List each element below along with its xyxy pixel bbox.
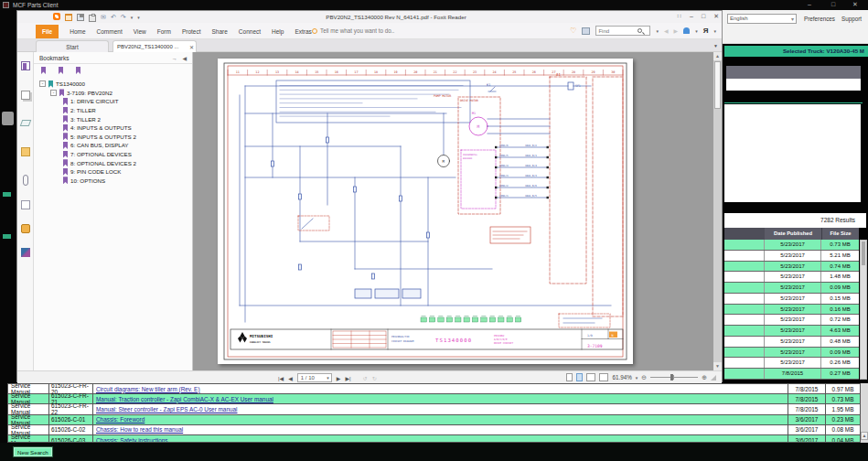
bookmark-item[interactable]: 7: OPTIONAL DEVICES bbox=[34, 150, 192, 159]
result-row[interactable]: 5/23/20170.73 MB bbox=[724, 240, 859, 251]
result-row[interactable]: 5/23/20170.74 MB bbox=[724, 262, 859, 273]
foxit-logo-icon[interactable] bbox=[53, 13, 60, 20]
results-scrollbar[interactable] bbox=[860, 240, 867, 380]
bookmark-item[interactable]: 6: CAN BUS, DISPLAY bbox=[34, 141, 192, 150]
bookmark-settings-icon[interactable] bbox=[76, 67, 80, 74]
bookmark-item[interactable]: 5: INPUTS & OUTPUTS 2 bbox=[34, 133, 192, 142]
results-scrollbar-thumb[interactable] bbox=[862, 241, 865, 265]
open-file-icon[interactable] bbox=[65, 14, 72, 21]
zoom-level[interactable]: 61.94% bbox=[612, 374, 631, 381]
manual-row[interactable]: Service Manual615026-C-03Chassis: Safety… bbox=[8, 435, 860, 443]
continuous-view-icon[interactable] bbox=[576, 373, 583, 381]
account-dropdown-icon[interactable]: ▾ bbox=[713, 28, 716, 34]
result-row[interactable]: 5/23/20170.16 MB bbox=[724, 305, 859, 316]
single-page-view-icon[interactable] bbox=[566, 373, 573, 381]
prev-page-icon[interactable]: ◀ bbox=[288, 375, 293, 381]
mcf-maximize-button[interactable]: □ bbox=[828, 1, 839, 7]
layers-panel-icon[interactable] bbox=[20, 120, 32, 126]
result-row[interactable]: 5/23/20171.48 MB bbox=[724, 272, 859, 283]
manual-row[interactable]: Service Manual615023-C-FR-21Manual: Trac… bbox=[8, 394, 860, 404]
manual-title-link[interactable]: Chassis: Safety instructions bbox=[93, 435, 788, 443]
manual-title-link[interactable]: Circuit diagrams: New tiller arm (Rev. E… bbox=[93, 384, 788, 393]
ribbon-tab-share[interactable]: Share bbox=[211, 28, 227, 35]
first-page-icon[interactable]: |◀ bbox=[278, 375, 284, 381]
tab-start[interactable]: Start bbox=[36, 40, 109, 52]
rotate-cw-icon[interactable]: ↻ bbox=[372, 375, 377, 381]
result-row[interactable]: 5/23/20170.26 MB bbox=[724, 358, 859, 369]
new-search-button[interactable]: New Search bbox=[13, 446, 53, 457]
ribbon-tab-extras[interactable]: Extras bbox=[295, 28, 311, 35]
toolbar-layout-icon[interactable]: ∷ bbox=[678, 13, 681, 20]
signature-panel-icon[interactable] bbox=[21, 248, 30, 257]
zoom-slider-thumb[interactable] bbox=[670, 374, 673, 381]
bookmark-root[interactable]: - TS1340000 bbox=[34, 80, 192, 89]
manual-row[interactable]: Service Manual615026-C-01Chassis: Forewo… bbox=[8, 415, 860, 425]
find-options-icon[interactable]: ▾ bbox=[656, 28, 659, 34]
bookmark-item[interactable]: 4: INPUTS & OUTPUTS bbox=[34, 123, 192, 133]
zoom-dropdown-icon[interactable]: ▾ bbox=[636, 375, 638, 381]
collapse-icon[interactable]: - bbox=[39, 80, 46, 87]
foxit-minimize-button[interactable]: – bbox=[690, 13, 693, 20]
share-hand-icon[interactable] bbox=[582, 27, 590, 35]
notification-bell-icon[interactable] bbox=[683, 27, 690, 34]
manual-title-link[interactable]: Chassis: How to read this manual bbox=[93, 425, 788, 434]
redo-icon[interactable]: ↷ bbox=[121, 14, 126, 21]
continuous-facing-view-icon[interactable] bbox=[599, 373, 608, 381]
manuals-scroll-up-icon[interactable]: ▲ bbox=[861, 432, 868, 440]
tab-close-icon[interactable]: ✕ bbox=[189, 44, 194, 52]
result-row[interactable]: 5/23/20175.21 MB bbox=[724, 251, 859, 262]
ribbon-tab-form[interactable]: Form bbox=[157, 28, 171, 35]
find-input[interactable] bbox=[596, 28, 637, 34]
bookmark-item[interactable]: 9: PIN CODE LOCK bbox=[34, 167, 192, 177]
favorite-icon[interactable]: ♡ bbox=[570, 27, 576, 35]
save-icon[interactable] bbox=[77, 14, 84, 21]
tell-me-box[interactable]: Tell me what you want to do.. bbox=[312, 27, 394, 34]
ribbon-tab-connect[interactable]: Connect bbox=[239, 28, 261, 35]
result-row[interactable]: 5/23/20170.09 MB bbox=[724, 348, 859, 359]
security-panel-icon[interactable] bbox=[21, 224, 30, 233]
bookmark-item[interactable]: 8: OPTIONAL DEVICES 2 bbox=[34, 158, 192, 167]
undo-icon[interactable]: ↶ bbox=[111, 14, 116, 21]
last-page-icon[interactable]: ▶| bbox=[345, 375, 350, 381]
next-page-icon[interactable]: ▶ bbox=[337, 375, 341, 381]
result-row[interactable]: 7/8/20150.27 MB bbox=[724, 369, 859, 380]
quickbar-dropdown-icon[interactable]: ▾ bbox=[131, 15, 134, 20]
preferences-link[interactable]: Preferences bbox=[804, 16, 835, 22]
manual-row[interactable]: Service Manual615026-C-02Chassis: How to… bbox=[8, 425, 860, 435]
manual-title-link[interactable]: Manual: Traction controller - Zapi Combi… bbox=[93, 394, 788, 403]
page-number-field[interactable]: 1 / 10 ▾ bbox=[297, 373, 332, 382]
result-row[interactable]: 5/23/20170.48 MB bbox=[724, 337, 859, 348]
zoom-out-icon[interactable]: ⊖ bbox=[641, 374, 647, 381]
bell-dropdown-icon[interactable]: ▾ bbox=[695, 28, 698, 34]
panel-pin-icon[interactable]: ◀ bbox=[182, 56, 188, 61]
ribbon-tab-comment[interactable]: Comment bbox=[97, 28, 123, 35]
zoom-slider[interactable] bbox=[650, 373, 698, 381]
collapse-icon[interactable]: - bbox=[50, 90, 57, 96]
bookmarks-panel-icon[interactable] bbox=[21, 61, 30, 70]
support-link[interactable]: Support bbox=[841, 16, 862, 22]
manual-row[interactable]: Service Manual615023-C-FR-20Circuit diag… bbox=[8, 384, 860, 394]
search-icon[interactable] bbox=[638, 28, 642, 33]
bookmark-item[interactable]: 10: OPTIONS bbox=[34, 177, 192, 186]
account-icon[interactable]: Я bbox=[703, 27, 709, 35]
mcf-minimize-button[interactable]: – bbox=[804, 1, 815, 7]
expand-bookmarks-icon[interactable] bbox=[41, 67, 46, 74]
foxit-close-button[interactable]: ✕ bbox=[713, 13, 719, 20]
language-select[interactable]: English ▾ bbox=[727, 14, 797, 24]
ribbon-tab-file[interactable]: File bbox=[36, 25, 59, 38]
result-row[interactable]: 5/23/20170.72 MB bbox=[724, 315, 859, 326]
tab-document[interactable]: PBV20N2_TS1340000 ... ✕ bbox=[113, 40, 197, 52]
toolbar-collapse-icon[interactable]: ▼ bbox=[713, 43, 718, 48]
attachments-panel-icon[interactable] bbox=[23, 175, 28, 186]
mcf-close-button[interactable]: ✕ bbox=[850, 1, 861, 8]
ribbon-tab-protect[interactable]: Protect bbox=[182, 28, 201, 35]
collapse-bookmarks-icon[interactable] bbox=[59, 67, 63, 74]
result-row[interactable]: 5/23/20170.15 MB bbox=[724, 294, 859, 305]
find-next-icon[interactable]: ▶ bbox=[674, 27, 679, 34]
pdf-page[interactable]: 1112131415161718192021222324252627282930 bbox=[218, 59, 633, 364]
ribbon-tab-help[interactable]: Help bbox=[272, 28, 284, 35]
bookmark-group[interactable]: - 3-7109: PBV20N2 bbox=[34, 89, 192, 98]
rotate-ccw-icon[interactable]: ↺ bbox=[363, 375, 368, 381]
ribbon-tab-view[interactable]: View bbox=[134, 28, 146, 35]
print-icon[interactable] bbox=[89, 15, 96, 22]
